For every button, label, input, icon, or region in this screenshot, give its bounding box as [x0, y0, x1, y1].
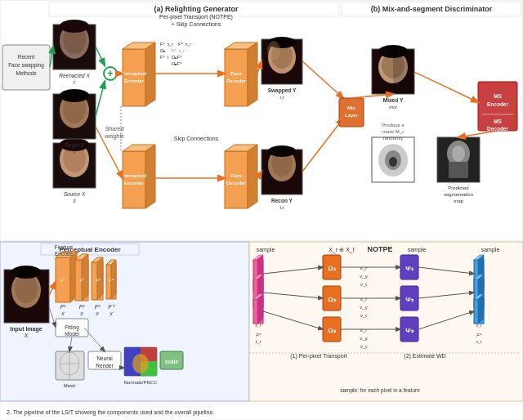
- svg-marker-59: [248, 42, 257, 106]
- svg-text:v_t: v_t: [360, 282, 367, 287]
- svg-marker-157: [82, 254, 88, 301]
- svg-text:Encoder: Encoder: [124, 181, 145, 185]
- svg-point-74: [268, 41, 296, 74]
- svg-text:Decoder: Decoder: [226, 78, 247, 83]
- svg-marker-34: [145, 42, 155, 106]
- svg-text:Render: Render: [96, 363, 114, 369]
- svg-rect-90: [339, 98, 364, 127]
- svg-rect-1: [49, 2, 339, 16]
- svg-point-24: [60, 89, 89, 102]
- svg-line-177: [49, 282, 56, 296]
- svg-text:F¹: F¹: [476, 300, 481, 305]
- svg-text:sample: for each pixel in a fe: sample: for each pixel in a feature: [340, 387, 420, 394]
- svg-rect-140: [88, 351, 121, 369]
- svg-text:x_r: x_r: [255, 323, 262, 328]
- svg-text:X: X: [60, 311, 65, 316]
- svg-text:Input Image: Input Image: [10, 326, 42, 333]
- svg-rect-2: [342, 2, 521, 16]
- svg-text:F²: F²: [476, 316, 482, 321]
- svg-text:Ψ₁: Ψ₁: [405, 265, 413, 272]
- svg-rect-189: [253, 279, 263, 307]
- svg-rect-32: [123, 49, 145, 106]
- svg-text:X: X: [24, 333, 29, 338]
- svg-marker-165: [111, 260, 116, 299]
- svg-text:2.  The pipeline of the LSIT s: 2. The pipeline of the LSIT showing the …: [7, 409, 214, 416]
- svg-text:Ψ₃: Ψ₃: [405, 327, 413, 334]
- svg-rect-73: [262, 39, 302, 84]
- svg-marker-186: [257, 255, 263, 291]
- svg-text:Decoder: Decoder: [487, 126, 508, 132]
- svg-rect-203: [323, 255, 341, 279]
- svg-text:F¹: F¹: [256, 300, 261, 305]
- svg-rect-144: [124, 347, 141, 376]
- svg-rect-5: [2, 45, 50, 90]
- svg-rect-62: [225, 151, 248, 208]
- svg-point-17: [63, 143, 86, 172]
- svg-text:Recent: Recent: [18, 54, 35, 60]
- svg-text:Ψ₂: Ψ₂: [405, 296, 413, 303]
- svg-rect-135: [56, 351, 84, 380]
- svg-text:Swapped Y: Swapped Y: [268, 87, 297, 94]
- svg-point-104: [389, 157, 397, 167]
- svg-rect-207: [323, 317, 341, 342]
- svg-marker-156: [75, 254, 88, 260]
- svg-text:v_t: v_t: [360, 313, 367, 318]
- svg-text:(2) Estimate WD: (2) Estimate WD: [404, 353, 445, 360]
- svg-rect-151: [56, 257, 70, 302]
- svg-rect-0: [0, 0, 523, 241]
- svg-text:t,t: t,t: [279, 205, 284, 210]
- svg-text:X: X: [79, 311, 84, 316]
- svg-point-12: [60, 20, 89, 33]
- svg-text:segmentation: segmentation: [444, 192, 473, 197]
- svg-marker-38: [123, 145, 155, 151]
- svg-text:Face: Face: [230, 173, 242, 178]
- svg-point-76: [268, 37, 296, 48]
- svg-marker-185: [253, 255, 263, 260]
- svg-line-240: [263, 293, 323, 298]
- svg-text:MS: MS: [494, 93, 502, 99]
- svg-marker-33: [123, 42, 155, 49]
- svg-text:Encoder: Encoder: [124, 78, 145, 83]
- svg-rect-97: [393, 51, 414, 94]
- main-container: (a) Relighting Generator (b) Mix-and-seg…: [0, 0, 523, 420]
- svg-text:sample: sample: [408, 247, 427, 253]
- svg-text:(a) Relighting Generator: (a) Relighting Generator: [154, 5, 239, 13]
- svg-rect-108: [449, 162, 468, 178]
- svg-text:F²: F²: [172, 48, 177, 53]
- svg-text:X_r ⊕ X_t: X_r ⊕ X_t: [329, 247, 354, 253]
- svg-text:Shared: Shared: [105, 126, 125, 132]
- svg-text:Ω₂: Ω₂: [328, 296, 336, 303]
- svg-text:x_t: x_t: [476, 306, 482, 311]
- svg-text:v_r: v_r: [360, 266, 367, 270]
- svg-marker-230: [474, 275, 484, 279]
- svg-rect-194: [253, 299, 263, 324]
- svg-point-106: [447, 141, 470, 167]
- svg-rect-9: [53, 25, 96, 69]
- svg-text:F³: F³: [95, 304, 101, 310]
- svg-rect-21: [53, 94, 96, 139]
- svg-marker-58: [225, 42, 257, 49]
- svg-point-81: [268, 149, 296, 181]
- svg-point-11: [63, 25, 86, 54]
- svg-point-22: [60, 92, 89, 128]
- svg-point-95: [382, 52, 405, 78]
- svg-text:t: t: [74, 149, 76, 154]
- svg-marker-191: [257, 275, 263, 307]
- svg-text:x_r: x_r: [186, 42, 191, 47]
- svg-text:v_y: v_y: [360, 274, 367, 279]
- svg-text:F²: F²: [256, 316, 262, 321]
- svg-text:F²: F²: [79, 278, 84, 283]
- svg-text:sample: sample: [257, 247, 275, 253]
- svg-point-16: [60, 141, 89, 177]
- svg-text:Encoder: Encoder: [487, 101, 508, 107]
- svg-text:MS: MS: [494, 118, 502, 124]
- svg-text:Ω₁: Ω₁: [328, 265, 336, 272]
- svg-marker-190: [253, 275, 263, 279]
- svg-point-75: [271, 42, 293, 69]
- svg-line-100: [351, 94, 393, 98]
- svg-rect-93: [372, 49, 414, 94]
- svg-marker-152: [56, 252, 77, 257]
- svg-text:scale: scale: [165, 359, 179, 364]
- svg-rect-115: [478, 82, 517, 131]
- svg-text:v_r: v_r: [360, 328, 367, 333]
